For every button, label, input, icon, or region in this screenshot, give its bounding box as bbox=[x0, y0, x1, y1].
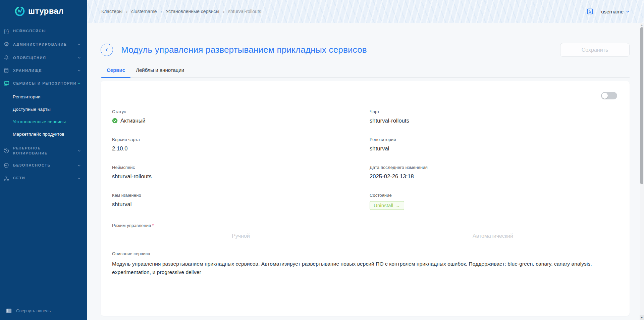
brand-logo[interactable]: штурвал bbox=[0, 0, 87, 24]
collapse-panel-button[interactable]: Свернуть панель bbox=[0, 303, 87, 320]
username-label: username bbox=[601, 9, 624, 14]
field-label: Репозиторий bbox=[370, 137, 616, 142]
chevron-down-icon bbox=[76, 149, 82, 153]
sidebar-item-backup[interactable]: РЕЗЕРВНОЕ КОПИРОВАНИЕ bbox=[0, 142, 87, 159]
breadcrumb: Кластеры › clustername › Установленные с… bbox=[101, 9, 261, 14]
sidebar-item-available-charts[interactable]: Доступные чарты bbox=[0, 103, 87, 116]
scrollbar-up-arrow[interactable]: ▲ bbox=[640, 24, 644, 27]
brand-name: штурвал bbox=[28, 6, 64, 16]
back-button[interactable] bbox=[101, 44, 113, 56]
state-value: Uninstall bbox=[374, 202, 393, 208]
mode-option-manual[interactable]: Ручной bbox=[112, 231, 370, 239]
monitor-wrench-icon bbox=[3, 80, 10, 87]
main-area: Кластеры › clustername › Установленные с… bbox=[87, 0, 644, 320]
toggle-knob bbox=[602, 93, 608, 99]
service-toggle-switch[interactable] bbox=[601, 92, 617, 99]
field-label: Версия чарта bbox=[112, 137, 370, 142]
check-circle-icon bbox=[112, 118, 118, 124]
chevron-down-icon bbox=[76, 68, 82, 73]
mode-option-automatic[interactable]: Автоматический bbox=[370, 231, 616, 239]
sidebar-item-networks[interactable]: СЕТИ bbox=[0, 172, 87, 185]
field-label: Неймспейс bbox=[112, 165, 370, 170]
field-label: Описание сервиса bbox=[112, 251, 616, 256]
database-icon bbox=[3, 67, 10, 74]
page-title: Модуль управления развертыванием приклад… bbox=[121, 45, 367, 55]
exit-icon[interactable] bbox=[586, 8, 594, 15]
field-label: Кем изменено bbox=[112, 193, 370, 198]
topbar: Кластеры › clustername › Установленные с… bbox=[87, 0, 644, 23]
shield-check-icon bbox=[3, 163, 10, 169]
last-modified-value: 2025-02-26 13:18 bbox=[370, 173, 616, 180]
user-menu[interactable]: username bbox=[601, 9, 630, 14]
services-submenu: Репозитории Доступные чарты Установленны… bbox=[0, 90, 87, 142]
status-value: Активный bbox=[120, 118, 146, 124]
chevron-up-icon bbox=[76, 82, 82, 86]
namespaces-icon: {▫} bbox=[3, 28, 10, 34]
field-last-modified: Дата последнего изменения 2025-02-26 13:… bbox=[370, 165, 616, 180]
breadcrumb-separator: › bbox=[126, 9, 127, 14]
sidebar-item-services-repositories[interactable]: СЕРВИСЫ И РЕПОЗИТОРИИ bbox=[0, 77, 87, 90]
field-label: Состояние bbox=[370, 193, 616, 198]
sidebar-item-storage[interactable]: ХРАНИЛИЩЕ bbox=[0, 64, 87, 77]
service-details-card: Статус Активный Чарт bbox=[101, 81, 630, 316]
sidebar-item-security[interactable]: БЕЗОПАСНОСТЬ bbox=[0, 159, 87, 172]
field-label: Дата последнего изменения bbox=[370, 165, 616, 170]
chart-version-value: 2.10.0 bbox=[112, 145, 370, 152]
arrow-right-icon: → bbox=[395, 203, 400, 208]
breadcrumb-clustername[interactable]: clustername bbox=[131, 9, 157, 14]
sidebar-nav: {▫} НЕЙМСПЕЙСЫ ⚙ АДМИНИСТРИРОВАНИЕ ОПОВЕ… bbox=[0, 24, 87, 303]
field-chart-version: Версия чарта 2.10.0 bbox=[112, 137, 370, 152]
sidebar-item-namespaces[interactable]: {▫} НЕЙМСПЕЙСЫ bbox=[0, 25, 87, 37]
chevron-down-icon bbox=[626, 9, 630, 14]
breadcrumb-clusters[interactable]: Кластеры bbox=[101, 9, 122, 14]
breadcrumb-installed-services[interactable]: Установленные сервисы bbox=[166, 9, 219, 14]
field-state: Состояние Uninstall → bbox=[370, 193, 616, 210]
scrollbar-down-arrow[interactable]: ▼ bbox=[640, 315, 644, 320]
field-repository: Репозиторий shturval bbox=[370, 137, 616, 152]
field-label: Режим управления bbox=[112, 223, 151, 228]
network-nodes-icon bbox=[3, 175, 10, 181]
field-status: Статус Активный bbox=[112, 109, 370, 124]
namespace-value: shturval-rollouts bbox=[112, 173, 370, 180]
sidebar-item-marketplace[interactable]: Маркетплейс продуктов bbox=[0, 128, 87, 140]
breadcrumb-separator: › bbox=[223, 9, 224, 14]
breadcrumb-current-page: shturval-rollouts bbox=[228, 9, 261, 14]
chevron-down-icon bbox=[76, 176, 82, 180]
field-modified-by: Кем изменено shturval bbox=[112, 193, 370, 210]
field-service-description: Описание сервиса Модуль управления разве… bbox=[112, 251, 616, 276]
shturval-wheel-icon bbox=[15, 6, 25, 16]
sidebar-item-administration[interactable]: ⚙ АДМИНИСТРИРОВАНИЕ bbox=[0, 37, 87, 51]
chevron-down-icon bbox=[76, 164, 82, 168]
field-label: Чарт bbox=[370, 109, 616, 114]
user-zone: username bbox=[586, 8, 634, 15]
service-description-text: Модуль управления развертыванием приклад… bbox=[112, 260, 607, 276]
chevron-down-icon bbox=[76, 56, 82, 60]
scrollbar-thumb[interactable] bbox=[640, 27, 643, 184]
field-chart: Чарт shturval-rollouts bbox=[370, 109, 616, 124]
sidebar-item-notifications[interactable]: ОПОВЕЩЕНИЯ bbox=[0, 51, 87, 64]
sidebar: штурвал {▫} НЕЙМСПЕЙСЫ ⚙ АДМИНИСТРИРОВАН… bbox=[0, 0, 87, 320]
sidebar-item-repositories[interactable]: Репозитории bbox=[0, 91, 87, 103]
chevron-down-icon bbox=[76, 42, 82, 46]
app-root: штурвал {▫} НЕЙМСПЕЙСЫ ⚙ АДМИНИСТРИРОВАН… bbox=[0, 0, 644, 320]
repository-value: shturval bbox=[370, 145, 616, 152]
breadcrumb-separator: › bbox=[161, 9, 162, 14]
page-header: Модуль управления развертыванием приклад… bbox=[101, 43, 630, 57]
tab-labels-annotations[interactable]: Лейблы и аннотации bbox=[130, 67, 190, 77]
tab-service[interactable]: Сервис bbox=[101, 67, 130, 77]
page-content: Модуль управления развертыванием приклад… bbox=[87, 23, 644, 320]
bell-icon bbox=[3, 55, 10, 61]
fields-grid: Статус Активный Чарт bbox=[112, 109, 616, 276]
field-namespace: Неймспейс shturval-rollouts bbox=[112, 165, 370, 180]
tab-bar: Сервис Лейблы и аннотации bbox=[101, 67, 630, 78]
collapse-panel-icon bbox=[6, 308, 12, 313]
save-button[interactable]: Сохранить bbox=[560, 43, 630, 57]
modified-by-value: shturval bbox=[112, 201, 370, 208]
state-uninstall-badge[interactable]: Uninstall → bbox=[370, 201, 404, 210]
chart-value: shturval-rollouts bbox=[370, 118, 616, 124]
field-label: Статус bbox=[112, 109, 370, 114]
vertical-scrollbar[interactable]: ▲ ▼ bbox=[640, 23, 644, 320]
required-asterisk: * bbox=[152, 223, 154, 228]
clock-restore-icon bbox=[3, 148, 10, 154]
sidebar-item-installed-services[interactable]: Установленные сервисы bbox=[0, 116, 87, 128]
